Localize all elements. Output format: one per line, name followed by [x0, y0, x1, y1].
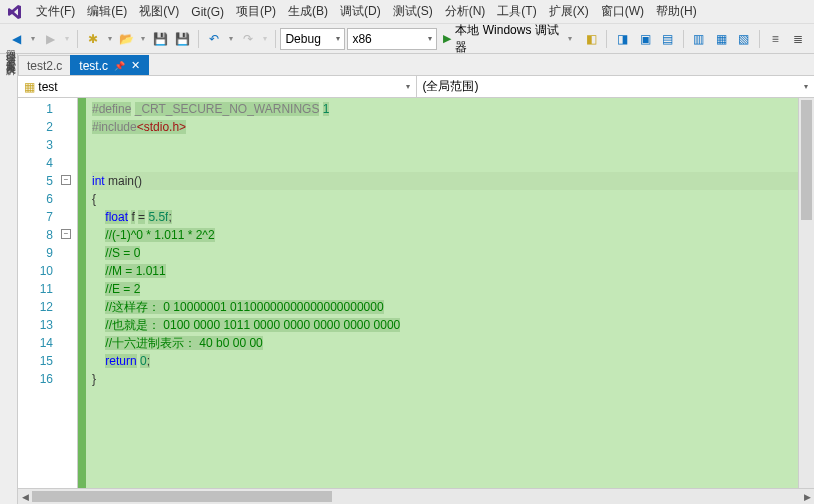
tab-test2[interactable]: test2.c — [18, 55, 71, 75]
run-dd: ▾ — [566, 34, 575, 43]
sidebar-tab[interactable]: 解决方案资源管理器 — [0, 54, 18, 504]
code-lines: #define _CRT_SECURE_NO_WARNINGS 1 #inclu… — [86, 98, 814, 488]
line-gutter: 1234 5− 67 8− 9101112 13141516 — [18, 98, 78, 488]
menu-test[interactable]: 测试(S) — [387, 1, 439, 22]
menu-extensions[interactable]: 扩展(X) — [543, 1, 595, 22]
undo-dd[interactable]: ▾ — [226, 34, 235, 43]
chevron-down-icon: ▾ — [804, 82, 808, 91]
nav-scope-left[interactable]: ▦ test ▾ — [18, 76, 417, 97]
tb-icon-1[interactable]: ◧ — [581, 28, 601, 50]
redo-dd[interactable]: ▾ — [260, 34, 269, 43]
tb-icon-2[interactable]: ◨ — [612, 28, 632, 50]
menu-view[interactable]: 视图(V) — [133, 1, 185, 22]
back-button[interactable]: ◀ — [6, 28, 26, 50]
tb-icon-8[interactable]: ≡ — [765, 28, 785, 50]
tab-strip: test2.c test.c 📌 ✕ — [18, 54, 814, 76]
toolbar: ◀ ▾ ▶ ▾ ✱ ▾ 📂 ▾ 💾 💾 ↶ ▾ ↷ ▾ Debug▾ x86▾ … — [0, 24, 814, 54]
config-text: Debug — [285, 32, 320, 46]
pin-icon[interactable]: 📌 — [114, 61, 125, 71]
run-label: 本地 Windows 调试器 — [455, 22, 561, 56]
run-button[interactable]: ▶ 本地 Windows 调试器 ▾ — [439, 28, 579, 50]
menu-bar: 文件(F) 编辑(E) 视图(V) Git(G) 项目(P) 生成(B) 调试(… — [0, 0, 814, 24]
menu-edit[interactable]: 编辑(E) — [81, 1, 133, 22]
menu-build[interactable]: 生成(B) — [282, 1, 334, 22]
menu-tools[interactable]: 工具(T) — [491, 1, 542, 22]
vs-logo-icon — [6, 3, 24, 21]
forward-dd[interactable]: ▾ — [62, 34, 71, 43]
tb-icon-5[interactable]: ▥ — [689, 28, 709, 50]
scroll-thumb[interactable] — [801, 100, 812, 220]
menu-git[interactable]: Git(G) — [185, 3, 230, 21]
platform-text: x86 — [352, 32, 371, 46]
editor-area: test2.c test.c 📌 ✕ ▦ test ▾ (全局范围) ▾ 123… — [18, 54, 814, 504]
module-icon: ▦ — [24, 80, 35, 94]
platform-combo[interactable]: x86▾ — [347, 28, 437, 50]
close-icon[interactable]: ✕ — [131, 59, 140, 72]
menu-window[interactable]: 窗口(W) — [595, 1, 650, 22]
save-icon[interactable]: 💾 — [150, 28, 170, 50]
menu-debug[interactable]: 调试(D) — [334, 1, 387, 22]
tb-icon-4[interactable]: ▤ — [657, 28, 677, 50]
menu-help[interactable]: 帮助(H) — [650, 1, 703, 22]
chevron-down-icon: ▾ — [428, 34, 432, 43]
scroll-right-icon[interactable]: ▶ — [800, 489, 814, 504]
new-dd[interactable]: ▾ — [105, 34, 114, 43]
scroll-thumb[interactable] — [32, 491, 332, 502]
menu-file[interactable]: 文件(F) — [30, 1, 81, 22]
separator — [275, 30, 276, 48]
back-dd[interactable]: ▾ — [28, 34, 37, 43]
redo-icon[interactable]: ↷ — [238, 28, 258, 50]
main-area: 解决方案资源管理器 test2.c test.c 📌 ✕ ▦ test ▾ (全… — [0, 54, 814, 504]
menu-analyze[interactable]: 分析(N) — [439, 1, 492, 22]
forward-button[interactable]: ▶ — [40, 28, 60, 50]
menu-project[interactable]: 项目(P) — [230, 1, 282, 22]
change-margin — [78, 98, 86, 488]
tb-icon-6[interactable]: ▦ — [711, 28, 731, 50]
tb-icon-7[interactable]: ▧ — [734, 28, 754, 50]
code-editor[interactable]: 1234 5− 67 8− 9101112 13141516 #define _… — [18, 98, 814, 488]
tab-label: test2.c — [27, 59, 62, 73]
separator — [606, 30, 607, 48]
fold-icon[interactable]: − — [61, 175, 71, 185]
vertical-scrollbar[interactable] — [798, 98, 814, 488]
nav-text: test — [38, 80, 57, 94]
tab-label: test.c — [79, 59, 108, 73]
open-icon[interactable]: 📂 — [116, 28, 136, 50]
fold-icon[interactable]: − — [61, 229, 71, 239]
chevron-down-icon: ▾ — [336, 34, 340, 43]
open-dd[interactable]: ▾ — [139, 34, 148, 43]
tab-test[interactable]: test.c 📌 ✕ — [70, 55, 149, 75]
tb-icon-3[interactable]: ▣ — [635, 28, 655, 50]
separator — [759, 30, 760, 48]
separator — [683, 30, 684, 48]
tb-icon-9[interactable]: ≣ — [788, 28, 808, 50]
save-all-icon[interactable]: 💾 — [173, 28, 193, 50]
config-combo[interactable]: Debug▾ — [280, 28, 345, 50]
new-project-icon[interactable]: ✱ — [83, 28, 103, 50]
nav-scope-right[interactable]: (全局范围) ▾ — [417, 76, 815, 97]
horizontal-scrollbar[interactable]: ◀ ▶ — [18, 488, 814, 504]
separator — [198, 30, 199, 48]
separator — [77, 30, 78, 48]
play-icon: ▶ — [443, 32, 451, 45]
chevron-down-icon: ▾ — [406, 82, 410, 91]
undo-icon[interactable]: ↶ — [204, 28, 224, 50]
nav-text: (全局范围) — [423, 78, 479, 95]
scroll-left-icon[interactable]: ◀ — [18, 489, 32, 504]
navigation-bar: ▦ test ▾ (全局范围) ▾ — [18, 76, 814, 98]
